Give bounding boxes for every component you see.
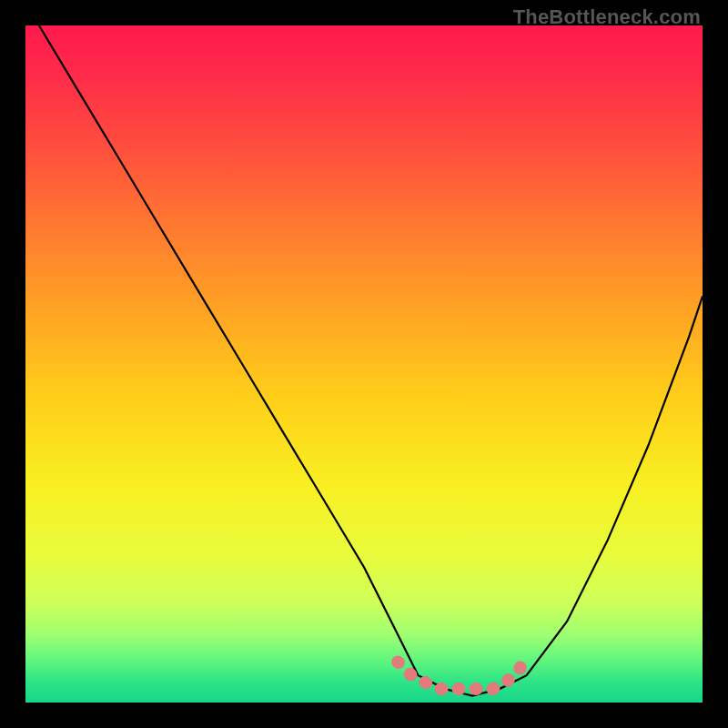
plot-area — [25, 25, 703, 703]
bottleneck-curve-line — [39, 25, 703, 696]
curve-layer — [25, 25, 703, 703]
chart-frame: TheBottleneck.com — [0, 0, 728, 728]
